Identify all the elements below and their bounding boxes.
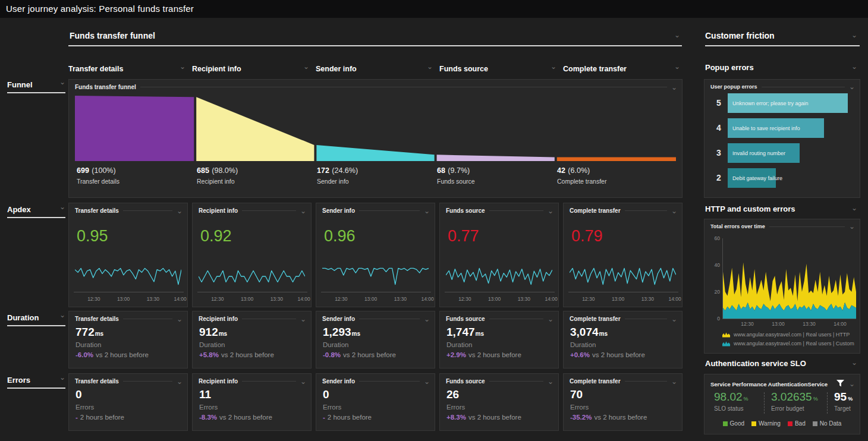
chevron-down-icon[interactable]: ⌄ bbox=[300, 379, 306, 384]
chevron-down-icon[interactable]: ⌄ bbox=[849, 84, 855, 89]
tile-header: Sender info⌄ bbox=[316, 374, 435, 385]
sidebar-item-funnel[interactable]: Funnel ⌄ bbox=[7, 79, 65, 90]
chevron-down-icon[interactable]: ⌄ bbox=[671, 379, 677, 384]
errors-tile-complete-transfer[interactable]: Complete transfer⌄ 70 Errors -35.2%vs 2 … bbox=[563, 373, 683, 431]
chevron-down-icon[interactable]: ⌄ bbox=[424, 209, 430, 213]
chevron-down-icon[interactable]: ⌄ bbox=[551, 64, 556, 69]
chevron-down-icon[interactable]: ⌄ bbox=[424, 379, 430, 384]
bar-unknown-error[interactable]: Unknown error; please try again bbox=[728, 93, 848, 113]
stage-name: Complete transfer bbox=[557, 178, 606, 185]
errors-tile-transfer-details[interactable]: Transfer details⌄ 0 Errors -2 hours befo… bbox=[68, 373, 188, 431]
chevron-down-icon[interactable]: ⌄ bbox=[548, 379, 553, 384]
bar-invalid-routing[interactable]: Invalid routing number bbox=[728, 143, 800, 163]
sidebar-item-apdex[interactable]: Apdex ⌄ bbox=[7, 204, 65, 215]
http-errors-header[interactable]: HTTP and custom errors bbox=[705, 204, 795, 213]
funnel-section-header[interactable]: Funds transfer funnel bbox=[70, 31, 155, 40]
divider bbox=[827, 392, 828, 414]
chevron-down-icon[interactable]: ⌄ bbox=[427, 64, 433, 69]
change-line: +5.8%vs 2 hours before bbox=[199, 351, 274, 358]
column-header-transfer-details[interactable]: Transfer details ⌄ bbox=[68, 63, 188, 74]
chevron-down-icon[interactable]: ⌄ bbox=[177, 379, 183, 384]
column-header-recipient-info[interactable]: Recipient info ⌄ bbox=[192, 63, 312, 74]
duration-tile-recipient-info[interactable]: Recipient info⌄ 912ms Duration +5.8%vs 2… bbox=[192, 311, 312, 368]
chevron-down-icon[interactable]: ⌄ bbox=[59, 80, 65, 84]
chevron-down-icon[interactable]: ⌄ bbox=[303, 64, 309, 69]
tile-header: Transfer details⌄ bbox=[69, 311, 187, 322]
legend-item-http[interactable]: www.angular.easytravel.com | Real users … bbox=[722, 332, 850, 338]
chevron-down-icon[interactable]: ⌄ bbox=[671, 317, 677, 322]
chevron-down-icon[interactable]: ⌄ bbox=[59, 313, 65, 317]
legend-item-bad: Bad bbox=[788, 420, 806, 427]
dashboard: User journey analysis: Personal funds tr… bbox=[0, 0, 868, 441]
stage-count: 172 bbox=[317, 166, 329, 175]
apdex-tile-funds-source[interactable]: Funds source⌄ 0.77 12:30 13:00 13:30 14:… bbox=[439, 203, 559, 307]
errors-tile-sender-info[interactable]: Sender info⌄ 0 Errors -2 hours before bbox=[316, 373, 435, 431]
chevron-down-icon[interactable]: ⌄ bbox=[300, 317, 306, 322]
target-value: 95% bbox=[834, 390, 853, 404]
y-tick: 0 bbox=[706, 316, 720, 322]
column-header-funds-source[interactable]: Funds source ⌄ bbox=[439, 63, 559, 74]
slo-status-label: SLO status bbox=[714, 405, 749, 412]
errors-value: 0 bbox=[323, 388, 329, 401]
chevron-down-icon[interactable]: ⌄ bbox=[671, 85, 677, 90]
tile-title: Complete transfer bbox=[570, 207, 621, 214]
bar-unable-to-save[interactable]: Unable to save recipient info bbox=[728, 118, 824, 138]
good-swatch bbox=[723, 421, 728, 426]
column-label: Funds source bbox=[439, 65, 488, 73]
column-header-complete-transfer[interactable]: Complete transfer ⌄ bbox=[563, 63, 683, 74]
chevron-down-icon[interactable]: ⌄ bbox=[548, 209, 553, 213]
funnel-chart-tile[interactable]: Funds transfer funnel ⌄ 699 (100%) Trans… bbox=[68, 79, 683, 198]
chevron-down-icon[interactable]: ⌄ bbox=[851, 64, 857, 69]
duration-tile-transfer-details[interactable]: Transfer details⌄ 772ms Duration -6.0%vs… bbox=[68, 311, 188, 368]
chevron-down-icon[interactable]: ⌄ bbox=[849, 382, 855, 386]
sidebar-item-duration[interactable]: Duration ⌄ bbox=[7, 312, 65, 323]
duration-tile-sender-info[interactable]: Sender info⌄ 1,293ms Duration -0.8%vs 2 … bbox=[316, 311, 435, 368]
chevron-down-icon[interactable]: ⌄ bbox=[177, 209, 183, 213]
chevron-down-icon[interactable]: ⌄ bbox=[177, 317, 183, 322]
x-tick: 14:00 bbox=[545, 296, 557, 302]
tile-header: Sender info⌄ bbox=[316, 311, 435, 322]
column-header-sender-info[interactable]: Sender info ⌄ bbox=[316, 63, 435, 74]
apdex-tile-recipient-info[interactable]: Recipient info⌄ 0.92 12:30 13:00 13:30 1… bbox=[192, 203, 312, 307]
apdex-tile-sender-info[interactable]: Sender info⌄ 0.96 12:30 13:00 13:30 14:0… bbox=[316, 203, 435, 307]
chevron-down-icon[interactable]: ⌄ bbox=[849, 224, 855, 229]
duration-unit: ms bbox=[219, 330, 227, 337]
chevron-down-icon[interactable]: ⌄ bbox=[59, 375, 65, 380]
chevron-down-icon[interactable]: ⌄ bbox=[851, 360, 857, 365]
apdex-tile-transfer-details[interactable]: Transfer details⌄ 0.95 12:30 13:00 13:30… bbox=[68, 203, 188, 307]
divider bbox=[7, 388, 65, 389]
duration-tile-complete-transfer[interactable]: Complete transfer⌄ 3,074ms Duration +0.6… bbox=[563, 311, 683, 368]
apdex-value: 0.92 bbox=[200, 227, 232, 245]
stage-percent: (24.6%) bbox=[332, 166, 358, 175]
bar-label: Debit gateway failure bbox=[732, 175, 782, 181]
chevron-down-icon[interactable]: ⌄ bbox=[180, 64, 185, 69]
apdex-tile-complete-transfer[interactable]: Complete transfer⌄ 0.79 12:30 13:00 13:3… bbox=[563, 203, 683, 307]
chevron-down-icon[interactable]: ⌄ bbox=[548, 317, 553, 322]
chevron-down-icon[interactable]: ⌄ bbox=[424, 317, 430, 322]
errors-tile-funds-source[interactable]: Funds source⌄ 26 Errors +8.3%vs 2 hours … bbox=[439, 373, 559, 431]
chevron-down-icon[interactable]: ⌄ bbox=[851, 33, 857, 37]
duration-unit: ms bbox=[352, 330, 360, 337]
chevron-down-icon[interactable]: ⌄ bbox=[300, 209, 306, 213]
auth-slo-header[interactable]: Authentication service SLO bbox=[705, 359, 806, 368]
funnel-stage-label: 68 (9.7%) Funds source bbox=[437, 165, 475, 185]
slo-tile[interactable]: Service Performance AuthenticationServic… bbox=[704, 374, 860, 434]
total-errors-tile[interactable]: Total errors over time ⌄ 60 40 20 0 12:3… bbox=[704, 219, 860, 354]
legend-item-custom[interactable]: www.angular.easytravel.com | Real users … bbox=[722, 341, 854, 346]
popup-errors-header[interactable]: Popup errors bbox=[705, 63, 754, 72]
divider bbox=[123, 319, 172, 319]
error-budget-label: Error budget bbox=[771, 405, 818, 412]
bar-debit-gateway[interactable]: Debit gateway failure bbox=[728, 168, 776, 188]
chevron-down-icon[interactable]: ⌄ bbox=[851, 206, 857, 210]
errors-tile-recipient-info[interactable]: Recipient info⌄ 11 Errors -8.3%vs 2 hour… bbox=[192, 373, 312, 431]
duration-value: 3,074ms bbox=[570, 326, 608, 339]
chevron-down-icon[interactable]: ⌄ bbox=[674, 33, 680, 37]
filter-icon[interactable] bbox=[836, 379, 844, 389]
chevron-down-icon[interactable]: ⌄ bbox=[59, 204, 65, 209]
popup-errors-tile[interactable]: User popup errors ⌄ 5 Unknown error; ple… bbox=[704, 79, 860, 198]
chevron-down-icon[interactable]: ⌄ bbox=[674, 64, 680, 69]
duration-tile-funds-source[interactable]: Funds source⌄ 1,747ms Duration +2.9%vs 2… bbox=[439, 311, 559, 368]
customer-friction-header[interactable]: Customer friction bbox=[705, 31, 775, 40]
chevron-down-icon[interactable]: ⌄ bbox=[671, 209, 677, 213]
sidebar-item-errors[interactable]: Errors ⌄ bbox=[7, 374, 65, 385]
